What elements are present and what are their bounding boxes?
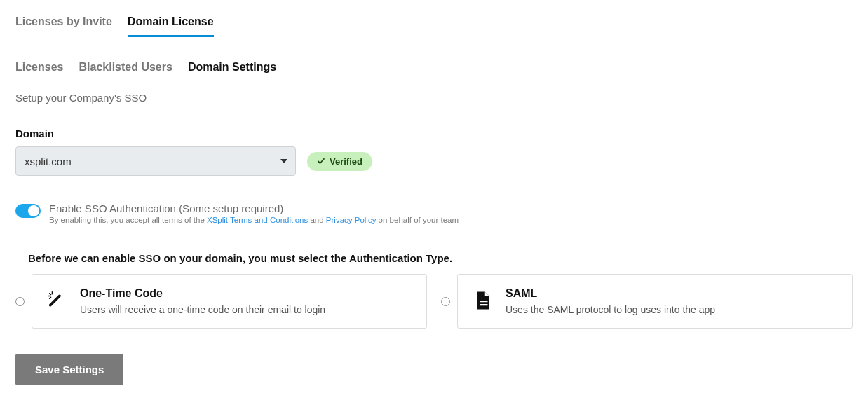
- domain-select-wrap[interactable]: xsplit.com: [15, 146, 296, 176]
- otc-desc: Users will receive a one-time code on th…: [80, 304, 325, 315]
- radio-one-time-code[interactable]: [15, 297, 25, 306]
- enable-sso-text: Enable SSO Authentication (Some setup re…: [49, 202, 459, 224]
- saml-title: SAML: [506, 287, 715, 300]
- svg-rect-1: [480, 301, 487, 302]
- tab-licenses-by-invite[interactable]: Licenses by Invite: [15, 15, 112, 37]
- terms-link[interactable]: XSplit Terms and Conditions: [207, 216, 308, 224]
- saml-desc: Uses the SAML protocol to log uses into …: [506, 304, 715, 315]
- subtab-blacklisted-users[interactable]: Blacklisted Users: [79, 61, 172, 74]
- domain-row: xsplit.com Verified: [15, 146, 853, 176]
- option-saml: SAML Uses the SAML protocol to log uses …: [441, 274, 853, 329]
- verified-badge: Verified: [307, 152, 372, 171]
- save-settings-button[interactable]: Save Settings: [15, 354, 123, 385]
- card-one-time-code[interactable]: One-Time Code Users will receive a one-t…: [32, 274, 427, 329]
- subtab-domain-settings[interactable]: Domain Settings: [188, 61, 276, 74]
- verified-text: Verified: [330, 156, 362, 167]
- otc-title: One-Time Code: [80, 287, 325, 300]
- sub-tabs: Licenses Blacklisted Users Domain Settin…: [15, 61, 853, 74]
- tab-domain-license[interactable]: Domain License: [128, 15, 214, 37]
- enable-sso-toggle[interactable]: [15, 204, 41, 218]
- domain-label: Domain: [15, 127, 853, 139]
- document-icon: [472, 290, 493, 311]
- option-one-time-code: One-Time Code Users will receive a one-t…: [15, 274, 427, 329]
- enable-sso-row: Enable SSO Authentication (Some setup re…: [15, 202, 853, 224]
- magic-wand-icon: [46, 290, 67, 311]
- svg-rect-2: [480, 304, 487, 305]
- domain-select[interactable]: xsplit.com: [15, 146, 296, 176]
- page-subtitle: Setup your Company's SSO: [15, 92, 853, 104]
- subtab-licenses[interactable]: Licenses: [15, 61, 63, 74]
- enable-sso-title: Enable SSO Authentication (Some setup re…: [49, 202, 459, 214]
- check-icon: [317, 157, 325, 165]
- privacy-link[interactable]: Privacy Policy: [326, 216, 377, 224]
- auth-type-heading: Before we can enable SSO on your domain,…: [28, 252, 853, 264]
- enable-sso-terms: By enabling this, you accept all terms o…: [49, 216, 459, 224]
- card-saml[interactable]: SAML Uses the SAML protocol to log uses …: [457, 274, 853, 329]
- radio-saml[interactable]: [441, 297, 450, 306]
- top-tabs: Licenses by Invite Domain License: [15, 15, 853, 37]
- auth-options: One-Time Code Users will receive a one-t…: [15, 274, 853, 329]
